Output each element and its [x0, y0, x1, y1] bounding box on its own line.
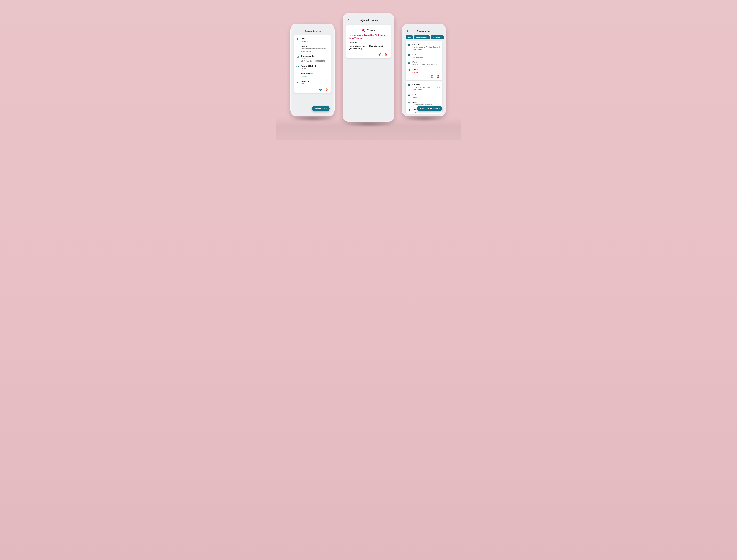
course-role: Instructor [349, 41, 388, 43]
delete-button[interactable] [437, 75, 440, 78]
edit-circle-icon [430, 75, 433, 78]
field-value: Inactive [412, 71, 419, 74]
phone-shadow [405, 116, 443, 121]
field-value: Rs- 100 [301, 75, 313, 78]
appbar: Rejected Courses [345, 16, 392, 24]
check-square-icon [296, 55, 299, 62]
field-payment-method: Payment Method Paypal [296, 65, 329, 70]
page-title: Course Include [412, 30, 437, 32]
field-label: Detail [412, 101, 432, 103]
svg-text:$: $ [297, 81, 298, 83]
phone-shadow [294, 116, 332, 121]
field-value: Access anytime anywhere [412, 104, 432, 106]
dollar-icon: $ [296, 73, 299, 78]
field-value: INR [301, 83, 309, 85]
bars-icon [407, 109, 411, 114]
add-course-include-button[interactable]: + Add Course Include [417, 106, 442, 111]
field-label: Payment Method [301, 65, 316, 67]
field-value: Paypal [301, 68, 316, 70]
brand: Class [349, 27, 388, 33]
field-value: PAYID-L2NMLPA3E169298973889243 [301, 58, 329, 62]
appbar: Course Include [404, 26, 444, 34]
edit-button[interactable] [430, 75, 433, 78]
field-currency: $ Currency INR [296, 80, 329, 85]
rejected-course-card: Class Internationally Accredited Diploma… [346, 25, 391, 58]
phone-rejected-courses: Rejected Courses Class Internationally A… [343, 13, 394, 122]
field-value: Active [412, 111, 418, 114]
field-value: Internationally Accredited Diploma in Yo… [301, 48, 329, 52]
field-detail: Detail Access anytime anywhere [407, 101, 440, 106]
trash-icon [437, 75, 440, 78]
card-actions [407, 75, 440, 78]
field-label: Courses [301, 45, 329, 47]
field-label: Status [412, 69, 419, 71]
phone-notch [303, 24, 322, 27]
field-value: fa-genderless [412, 56, 423, 58]
arrow-left-icon [295, 29, 298, 32]
phone-notch [414, 24, 434, 27]
page-title: Feature Courses [300, 30, 326, 32]
field-value: Lifetime Remotly Access by Internet [412, 64, 439, 66]
field-courses: Courses Internationally Accredited Diplo… [296, 45, 329, 52]
field-icon: Icon fa-gittip [407, 93, 440, 98]
screen: Feature Courses User Instructor [293, 26, 332, 114]
field-courses: Courses Pro SketchUp - A Practical Cours… [407, 43, 440, 51]
view-button[interactable] [319, 88, 322, 91]
arrow-left-icon [406, 29, 409, 32]
star-icon [407, 93, 411, 98]
page-title: Rejected Courses [352, 19, 386, 22]
screen: Course Include Edit Course Include What … [404, 26, 444, 114]
delete-button[interactable] [325, 88, 328, 91]
screen: Rejected Courses Class Internationally A… [345, 16, 392, 119]
appbar: Feature Courses [293, 26, 332, 34]
course-title: Internationally Accredited Diploma in Yo… [349, 34, 388, 39]
svg-rect-0 [297, 66, 299, 67]
svg-text:$: $ [297, 73, 298, 75]
field-label: Icon [412, 53, 423, 56]
back-button[interactable] [406, 29, 409, 32]
field-value: fa-gittip [412, 96, 418, 98]
tab-course-include[interactable]: Course Include [414, 35, 430, 39]
back-button[interactable] [347, 19, 350, 22]
mockup-stage: Feature Courses User Instructor [276, 0, 461, 140]
book-icon [407, 84, 411, 91]
trash-icon [325, 88, 328, 91]
field-label: User [301, 37, 308, 40]
back-button[interactable] [295, 29, 298, 32]
tab-what-learn[interactable]: What Learn [431, 35, 444, 39]
field-transaction-id: Transaction ID PAYID-L2NMLPA3E1692989738… [296, 55, 329, 62]
svg-point-4 [431, 75, 433, 78]
bars-icon [407, 69, 411, 74]
edit-circle-icon [378, 53, 381, 56]
field-label: Currency [301, 80, 309, 83]
field-value: Pro SketchUp - A Practical Course & Infi… [412, 86, 440, 91]
field-courses: Courses Pro SketchUp - A Practical Cours… [407, 84, 440, 91]
brand-mark-icon [362, 28, 366, 32]
card-actions [349, 53, 388, 56]
svg-point-3 [379, 53, 381, 55]
field-status: Status Inactive [407, 69, 440, 74]
field-value: Pro SketchUp - A Practical Course & Infi… [412, 46, 440, 51]
edit-button[interactable] [378, 53, 381, 56]
book-icon [296, 45, 299, 52]
tabs: Edit Course Include What Learn [404, 35, 444, 39]
field-label: Courses [412, 84, 440, 86]
course-slug: internationally-accredited-diploma-in-yo… [349, 45, 388, 50]
phone-feature-courses: Feature Courses User Instructor [290, 24, 335, 116]
trash-icon [384, 53, 387, 56]
field-label: Icon [412, 93, 418, 96]
brand-word: Class [367, 28, 375, 32]
feature-course-card: User Instructor Courses Internationally … [294, 35, 331, 93]
card-actions [296, 88, 329, 91]
phone-notch [357, 13, 380, 17]
star-icon [407, 53, 411, 58]
field-label: Transaction ID [301, 55, 329, 57]
tab-edit[interactable]: Edit [406, 35, 413, 39]
alert-icon [407, 61, 411, 66]
field-label: Courses [412, 43, 440, 46]
delete-button[interactable] [384, 53, 387, 56]
eye-icon [319, 88, 322, 91]
field-label: Detail [412, 61, 439, 63]
add-course-button[interactable]: + Add Course [312, 106, 330, 111]
person-icon [296, 37, 299, 42]
